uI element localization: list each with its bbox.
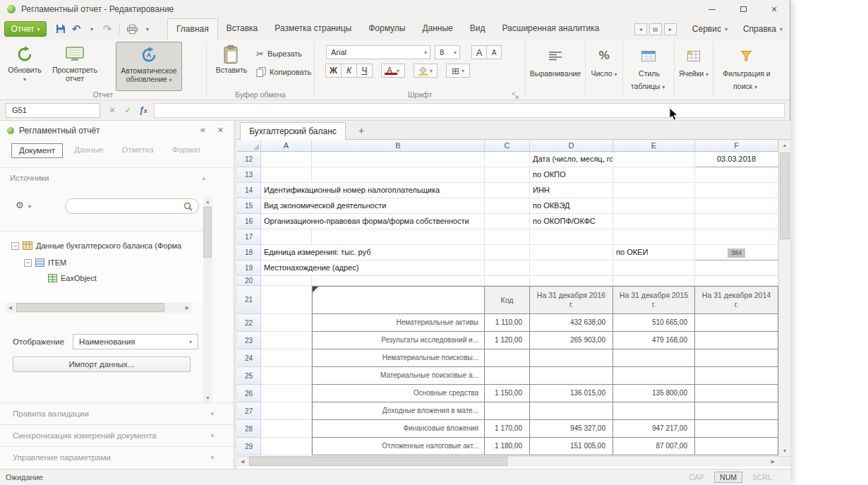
row-header-18[interactable]: 18	[237, 245, 261, 261]
col-header-E[interactable]: E	[613, 140, 695, 152]
scroll-right-icon[interactable]: ▶	[183, 303, 192, 313]
cell-D13[interactable]: по ОКПО	[530, 167, 613, 183]
collapse-section-icon[interactable]: ▴	[202, 174, 205, 181]
cell-E23[interactable]: 479 168,00	[613, 332, 695, 349]
cell-D29[interactable]: 151 005,00	[530, 438, 613, 455]
cell-E26[interactable]: 135 800,00	[613, 385, 695, 402]
row-header-23[interactable]: 23	[237, 332, 261, 349]
cell-C29[interactable]: 1 180,00	[485, 438, 530, 455]
help-menu[interactable]: Справка ▾	[743, 24, 783, 34]
panel-tab-mark[interactable]: Отметка	[115, 143, 161, 158]
cell-C19[interactable]	[485, 261, 530, 276]
scroll-down-icon[interactable]: ▼	[779, 445, 790, 456]
row-header-20[interactable]: 20	[237, 276, 261, 286]
cell-C12[interactable]	[485, 152, 530, 167]
cells-button[interactable]: Ячейки ▾	[675, 41, 713, 98]
tab-view[interactable]: Вид	[462, 18, 494, 40]
filter-search-button[interactable]: Фильтрация и поиск ▾	[713, 41, 778, 98]
refresh-report-button[interactable]: Обновить ▾	[4, 42, 45, 91]
underline-button[interactable]: Ч	[356, 64, 373, 78]
cell-B12[interactable]	[312, 152, 485, 167]
cell-B28[interactable]: Финансовые вложения	[312, 420, 485, 438]
cell-A15[interactable]: Вид экономической деятельности	[261, 198, 485, 214]
gear-icon[interactable]: ⚙	[16, 200, 24, 210]
cell-C23[interactable]: 1 120,00	[485, 332, 530, 349]
col-header-D[interactable]: D	[530, 140, 613, 152]
cell-C16[interactable]	[485, 214, 530, 229]
cell-E27[interactable]	[613, 402, 695, 420]
cell-D21[interactable]: На 31 декабря 2016 г.	[530, 286, 613, 314]
cell-F26[interactable]	[695, 385, 778, 402]
cell-A16[interactable]: Организационно-правовая форма/форма собс…	[261, 214, 485, 229]
cell-E24[interactable]	[613, 349, 695, 367]
row-header-16[interactable]: 16	[237, 214, 261, 229]
close-button[interactable]: ✕	[759, 0, 790, 18]
cell-C26[interactable]: 1 150,00	[485, 385, 530, 402]
cell-B17[interactable]	[312, 229, 485, 245]
cell-D24[interactable]	[530, 349, 613, 367]
panel-tab-data[interactable]: Данные	[67, 143, 111, 158]
cell-E13[interactable]	[613, 167, 695, 183]
cell-D28[interactable]: 945 327,00	[530, 420, 613, 438]
cell-D20[interactable]	[530, 276, 613, 286]
save-button[interactable]	[54, 21, 68, 37]
cell-C21[interactable]: Код	[485, 286, 530, 314]
cell-F14[interactable]	[695, 183, 778, 198]
cell-A25[interactable]	[261, 367, 312, 385]
panel-tab-format[interactable]: Формат	[165, 143, 208, 158]
font-size-select[interactable]: 8 ▾	[435, 45, 460, 59]
cell-D16[interactable]: по ОКОПФ/ОКФС	[530, 214, 613, 229]
cell-B22[interactable]: Нематериальные активы	[312, 314, 485, 332]
cell-A14[interactable]: Идентификационный номер налогоплательщик…	[261, 183, 485, 198]
cell-A19[interactable]: Местонахождение (адрес)	[261, 261, 485, 276]
cell-C24[interactable]	[485, 349, 530, 367]
cut-button[interactable]: ✂ Вырезать	[256, 47, 302, 61]
section-validation-rules[interactable]: Правила валидации ▾	[0, 402, 234, 424]
row-header-12[interactable]: 12	[237, 152, 261, 167]
copy-button[interactable]: Копировать	[256, 65, 311, 79]
cell-D26[interactable]: 136 015,00	[530, 385, 613, 402]
row-header-14[interactable]: 14	[237, 183, 261, 198]
sheet-horizontal-scrollbar[interactable]: ◀ ▶	[237, 456, 778, 467]
import-data-button[interactable]: Импорт данных...	[13, 357, 191, 372]
cell-C18[interactable]	[485, 245, 530, 261]
borders-button[interactable]: ⊞ ▾	[446, 64, 470, 78]
ribbon-nav-list-button[interactable]: ▤	[649, 23, 662, 35]
cell-C17[interactable]	[485, 229, 530, 245]
row-header-19[interactable]: 19	[237, 261, 261, 276]
cell-D14[interactable]: ИНН	[530, 183, 613, 198]
cell-C20[interactable]	[485, 276, 530, 286]
tab-insert[interactable]: Вставка	[218, 18, 267, 40]
italic-button[interactable]: К	[341, 64, 357, 78]
add-sheet-button[interactable]: +	[351, 122, 371, 139]
tree-expander-icon[interactable]: −	[24, 259, 32, 267]
font-name-select[interactable]: Arial ▾	[326, 45, 430, 59]
report-menu-button[interactable]: Отчет ▾	[4, 21, 47, 37]
scroll-up-icon[interactable]: ▲	[203, 197, 212, 205]
bold-button[interactable]: Ж	[325, 64, 342, 78]
cell-E25[interactable]	[613, 367, 695, 385]
cell-B24[interactable]: Нематериальные поисковы...	[312, 349, 485, 367]
tab-data[interactable]: Данные	[414, 18, 461, 40]
scroll-left-icon[interactable]: ◀	[237, 457, 248, 467]
row-header-22[interactable]: 22	[237, 314, 261, 332]
cell-name-box[interactable]: G51	[6, 103, 100, 118]
cell-E17[interactable]	[613, 229, 695, 245]
row-header-15[interactable]: 15	[237, 198, 261, 214]
tab-page-layout[interactable]: Разметка страницы	[266, 18, 360, 40]
close-panel-icon[interactable]: ✕	[217, 126, 224, 135]
cell-F12[interactable]: 03.03.2018	[695, 152, 778, 167]
scrollbar-thumb[interactable]	[16, 303, 164, 312]
cell-F27[interactable]	[695, 402, 778, 420]
tab-formulas[interactable]: Формулы	[360, 18, 414, 40]
cell-C13[interactable]	[485, 167, 530, 183]
col-header-A[interactable]: A	[261, 140, 312, 152]
scrollbar-thumb[interactable]	[780, 152, 790, 239]
row-header-13[interactable]: 13	[237, 167, 261, 183]
cell-A23[interactable]	[261, 332, 312, 349]
auto-refresh-button[interactable]: A Автоматическое обновление ▾	[116, 42, 182, 91]
cell-D17[interactable]	[530, 229, 613, 245]
col-header-B[interactable]: B	[312, 140, 485, 152]
cell-C22[interactable]: 1 110,00	[485, 314, 530, 332]
cell-D25[interactable]	[530, 367, 613, 385]
